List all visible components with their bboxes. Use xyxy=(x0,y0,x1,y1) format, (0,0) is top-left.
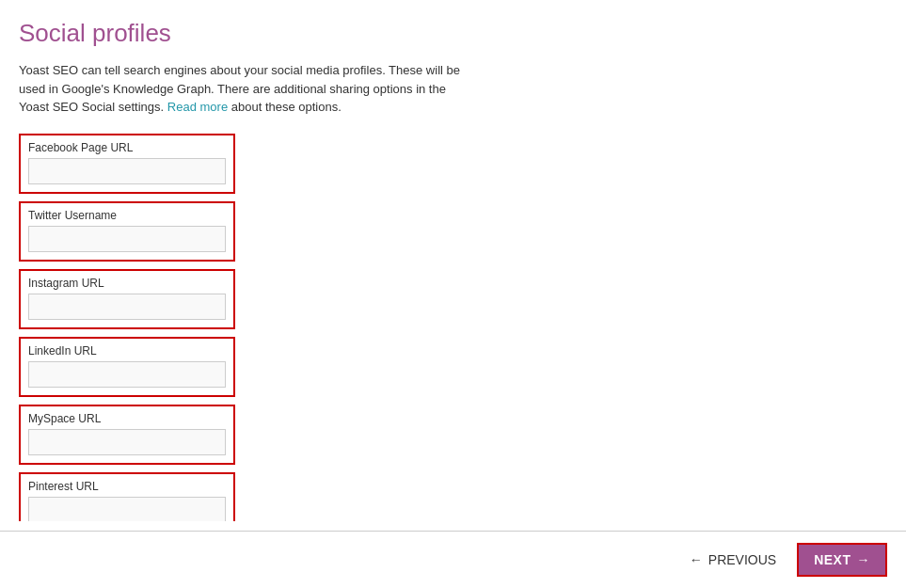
arrow-left-icon xyxy=(690,552,703,567)
label-linkedin: LinkedIn URL xyxy=(28,344,226,358)
previous-label: PREVIOUS xyxy=(708,552,776,567)
label-instagram: Instagram URL xyxy=(28,277,226,290)
field-group-myspace: MySpace URL xyxy=(19,405,235,465)
label-pinterest: Pinterest URL xyxy=(28,480,226,493)
label-twitter: Twitter Username xyxy=(28,209,226,222)
input-twitter[interactable] xyxy=(28,226,226,252)
input-instagram[interactable] xyxy=(28,294,226,320)
previous-button[interactable]: PREVIOUS xyxy=(678,545,787,575)
page-title: Social profiles xyxy=(19,19,878,48)
next-button[interactable]: NEXT xyxy=(797,543,887,577)
footer-bar: PREVIOUS NEXT xyxy=(0,532,906,588)
next-label: NEXT xyxy=(814,552,850,567)
read-more-link[interactable]: Read more xyxy=(167,100,228,114)
input-facebook[interactable] xyxy=(28,158,226,184)
label-facebook: Facebook Page URL xyxy=(28,141,226,154)
arrow-right-icon xyxy=(857,552,871,567)
input-pinterest[interactable] xyxy=(28,497,226,522)
field-group-pinterest: Pinterest URL xyxy=(19,472,235,522)
label-myspace: MySpace URL xyxy=(28,412,226,425)
description-text2: about these options. xyxy=(231,100,342,114)
field-group-facebook: Facebook Page URL xyxy=(19,134,235,194)
fields-container: Facebook Page URLTwitter UsernameInstagr… xyxy=(19,134,878,522)
field-group-twitter: Twitter Username xyxy=(19,201,235,262)
input-linkedin[interactable] xyxy=(28,361,226,388)
description: Yoast SEO can tell search engines about … xyxy=(19,61,470,117)
main-content: Social profiles Yoast SEO can tell searc… xyxy=(0,0,906,521)
input-myspace[interactable] xyxy=(28,429,226,455)
field-group-instagram: Instagram URL xyxy=(19,269,235,329)
page-container: Social profiles Yoast SEO can tell searc… xyxy=(0,0,906,588)
field-group-linkedin: LinkedIn URL xyxy=(19,337,235,397)
